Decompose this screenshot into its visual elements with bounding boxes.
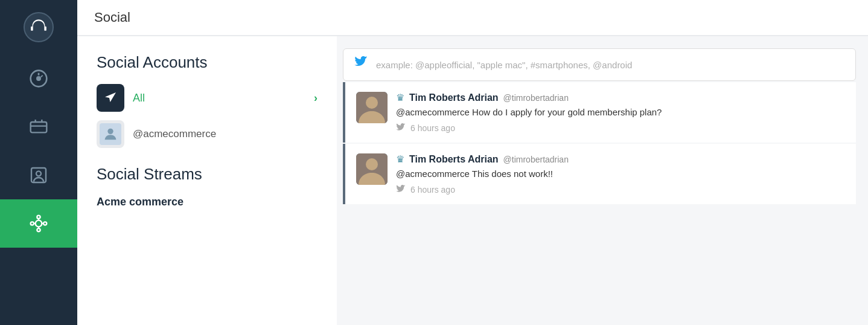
feed-meta: 6 hours ago	[396, 123, 845, 133]
twitter-meta-icon	[396, 123, 406, 133]
svg-line-3	[41, 76, 43, 77]
page-header: Social	[77, 0, 868, 36]
plane-icon	[103, 91, 118, 105]
author-name: Tim Roberts Adrian	[409, 154, 499, 165]
account-item-all[interactable]: All ›	[97, 84, 318, 112]
main-content: Social Social Accounts All ›	[77, 0, 868, 325]
search-placeholder-text: example: @appleofficial, "apple mac", #s…	[376, 60, 632, 70]
account-item-acme[interactable]: @acmecommerce	[97, 120, 318, 148]
feed-item-content: ♛ Tim Roberts Adrian @timrobertadrian @a…	[396, 153, 845, 195]
avatar-image	[356, 153, 388, 185]
svg-point-20	[366, 158, 378, 170]
crown-icon: ♛	[396, 92, 404, 103]
sidebar-item-tickets[interactable]	[0, 103, 77, 151]
svg-point-11	[37, 228, 40, 231]
acme-logo-svg	[102, 126, 119, 143]
author-handle: @timrobertadrian	[503, 155, 569, 164]
tickets-icon	[29, 117, 48, 137]
streams-section: Social Streams Acme commerce	[97, 165, 318, 208]
twitter-search-icon	[354, 56, 368, 73]
page-title: Social	[94, 10, 851, 25]
avatar-image	[356, 92, 388, 123]
all-account-label: All	[133, 92, 145, 105]
right-panel: example: @appleofficial, "apple mac", #s…	[337, 36, 868, 325]
account-all-row: All ›	[133, 92, 318, 105]
feed-item-content: ♛ Tim Roberts Adrian @timrobertadrian @a…	[396, 92, 845, 133]
sidebar-item-social[interactable]	[0, 199, 77, 248]
feed-text: @acmecommerce This does not work!!	[396, 167, 845, 180]
headset-icon	[30, 19, 47, 36]
content-area: Social Accounts All ›	[77, 36, 868, 325]
author-handle: @timrobertadrian	[503, 93, 569, 103]
acme-account-label: @acmecommerce	[133, 128, 216, 140]
author-name: Tim Roberts Adrian	[409, 92, 499, 103]
stream-link-acme[interactable]: Acme commerce	[97, 196, 183, 208]
svg-rect-4	[31, 122, 47, 132]
sidebar-navigation	[0, 54, 77, 248]
logo-icon	[24, 12, 54, 42]
chevron-right-icon: ›	[314, 92, 318, 105]
feed-time: 6 hours ago	[410, 185, 455, 195]
feed-item: ♛ Tim Roberts Adrian @timrobertadrian @a…	[343, 144, 856, 204]
avatar	[356, 153, 388, 185]
feed-author: ♛ Tim Roberts Adrian @timrobertadrian	[396, 153, 845, 165]
svg-point-8	[31, 222, 34, 225]
svg-point-6	[36, 171, 41, 176]
left-panel: Social Accounts All ›	[77, 36, 337, 325]
search-bar[interactable]: example: @appleofficial, "apple mac", #s…	[343, 48, 856, 81]
feed-item: ♛ Tim Roberts Adrian @timrobertadrian @a…	[343, 82, 856, 143]
sidebar-item-contacts[interactable]	[0, 151, 77, 199]
feed-meta: 6 hours ago	[396, 185, 845, 195]
svg-point-9	[43, 222, 46, 225]
acme-account-icon	[97, 120, 124, 148]
accounts-section-title: Social Accounts	[97, 53, 318, 72]
feed-text: @acmecommerce How do I apply for your go…	[396, 106, 845, 118]
sidebar-item-dashboard[interactable]	[0, 54, 77, 103]
twitter-meta-icon	[396, 185, 406, 195]
acme-logo	[100, 123, 121, 145]
all-account-icon	[97, 84, 124, 112]
feed-author: ♛ Tim Roberts Adrian @timrobertadrian	[396, 92, 845, 103]
contacts-icon	[29, 166, 48, 185]
streams-section-title: Social Streams	[97, 165, 318, 184]
sidebar	[0, 0, 77, 325]
social-icon	[29, 214, 48, 233]
svg-point-18	[366, 97, 378, 109]
avatar	[356, 92, 388, 123]
svg-point-1	[36, 76, 41, 81]
crown-icon: ♛	[396, 153, 404, 165]
feed-time: 6 hours ago	[410, 123, 455, 133]
dashboard-icon	[29, 69, 48, 88]
svg-point-7	[36, 220, 42, 227]
svg-point-16	[107, 129, 113, 134]
svg-point-10	[37, 216, 40, 219]
twitter-icon	[354, 56, 368, 69]
sidebar-logo	[0, 0, 77, 54]
